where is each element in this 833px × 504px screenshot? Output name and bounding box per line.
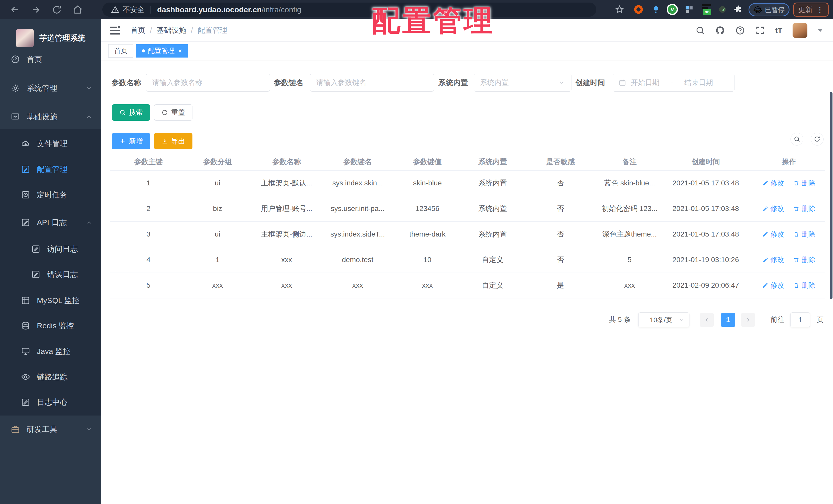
- sidebar-item-mysql-monitor[interactable]: MySQL 监控: [0, 288, 101, 313]
- sidebar-item-dev-tools[interactable]: 研发工具: [0, 417, 101, 442]
- plus-icon: [119, 138, 126, 145]
- sidebar-item-config-management[interactable]: 配置管理: [0, 156, 101, 182]
- log-edit-icon: [21, 398, 30, 407]
- column-header: 参数主键: [110, 153, 187, 170]
- chevron-up-icon: [86, 219, 92, 226]
- sidebar-item-java-monitor[interactable]: Java 监控: [0, 338, 101, 364]
- sidebar-collapse-icon[interactable]: [110, 26, 120, 35]
- tab-config-management[interactable]: 配置管理 ×: [136, 44, 188, 57]
- param-name-input[interactable]: [146, 74, 270, 92]
- search-icon: [119, 109, 126, 116]
- edit-link[interactable]: 修改: [762, 255, 784, 264]
- breadcrumb-home[interactable]: 首页: [130, 25, 145, 35]
- sidebar-item-infra[interactable]: 基础设施: [0, 104, 101, 130]
- browser-reload-icon[interactable]: [52, 5, 62, 15]
- table-row[interactable]: 1 ui 主框架页-默认... sys.index.skin... skin-b…: [110, 170, 825, 196]
- breadcrumb: 首页 / 基础设施 / 配置管理: [130, 25, 227, 35]
- bookmark-star-icon[interactable]: [614, 4, 625, 15]
- goto-page-input[interactable]: [790, 312, 810, 327]
- delete-link[interactable]: 删除: [793, 281, 815, 290]
- builtin-select[interactable]: 系统内置: [474, 74, 571, 92]
- delete-link[interactable]: 删除: [793, 178, 815, 188]
- sidebar-item-log-center[interactable]: 日志中心: [0, 389, 101, 415]
- browser-back-icon[interactable]: [10, 5, 20, 15]
- breadcrumb-infra[interactable]: 基础设施: [157, 25, 186, 35]
- github-icon[interactable]: [715, 26, 725, 35]
- fullscreen-icon[interactable]: [755, 26, 765, 35]
- page-size-select[interactable]: 10条/页: [638, 312, 689, 327]
- sidebar-item-redis-monitor[interactable]: Redis 监控: [0, 313, 101, 338]
- export-button[interactable]: 导出: [154, 133, 192, 149]
- extension-green-check-icon[interactable]: v: [666, 4, 678, 15]
- app-logo-image: [16, 29, 34, 47]
- sidebar-item-scheduled-tasks[interactable]: 定时任务: [0, 182, 101, 208]
- kebab-menu-icon[interactable]: ⋮: [816, 6, 824, 14]
- database-icon: [21, 321, 30, 330]
- toggle-search-button[interactable]: [790, 133, 803, 146]
- column-header: 备注: [600, 153, 659, 170]
- active-tab-dot: [142, 49, 145, 52]
- font-size-icon[interactable]: tT: [775, 26, 782, 35]
- chevron-up-icon: [86, 114, 92, 120]
- security-label[interactable]: 不安全: [123, 5, 144, 15]
- refresh-icon: [162, 109, 168, 116]
- close-icon[interactable]: ×: [178, 48, 182, 54]
- edit-square-icon: [21, 165, 30, 174]
- param-key-input[interactable]: [310, 74, 434, 92]
- browser-home-icon[interactable]: [73, 5, 83, 15]
- browser-update-button[interactable]: 更新 ⋮: [793, 3, 829, 17]
- extension-blue-gray-icon[interactable]: [683, 4, 695, 15]
- next-page-button[interactable]: [741, 313, 755, 327]
- sidebar-item-api-log[interactable]: API 日志: [0, 210, 101, 235]
- chevron-down-icon: [86, 85, 92, 92]
- delete-link[interactable]: 删除: [793, 204, 815, 213]
- pagination-total: 共 5 条: [609, 312, 630, 327]
- table-row[interactable]: 3 ui 主框架页-侧边... sys.index.sideT... theme…: [110, 222, 825, 247]
- current-page-button[interactable]: 1: [721, 313, 735, 327]
- extension-leaf-icon[interactable]: [717, 4, 728, 15]
- extensions-puzzle-icon[interactable]: [733, 4, 744, 15]
- delete-link[interactable]: 删除: [793, 255, 815, 264]
- log-edit-icon: [21, 218, 30, 227]
- table-row[interactable]: 2 biz 用户管理-账号... sys.user.init-pa... 123…: [110, 196, 825, 222]
- edit-link[interactable]: 修改: [762, 204, 784, 213]
- avatar-caret-icon[interactable]: [818, 29, 823, 32]
- table-row[interactable]: 4 1 xxx demo.test 10 自定义 否 5 2021-01-19 …: [110, 247, 825, 273]
- cloud-upload-icon: [21, 139, 30, 148]
- log-edit-icon: [31, 270, 41, 279]
- address-bar[interactable]: 不安全 dashboard.yudao.iocoder.cn /infra/co…: [102, 3, 596, 17]
- extension-orange-icon[interactable]: [633, 4, 644, 15]
- help-icon[interactable]: [735, 26, 745, 35]
- prev-page-button[interactable]: [700, 313, 714, 327]
- refresh-table-button[interactable]: [811, 133, 824, 146]
- clock-square-icon: [21, 190, 30, 199]
- browser-profile-badge[interactable]: 😂 已暂停: [748, 3, 789, 16]
- user-avatar[interactable]: [792, 23, 807, 38]
- briefcase-icon: [11, 425, 20, 434]
- search-button[interactable]: 搜索: [112, 104, 150, 121]
- extension-on-badge-icon[interactable]: on: [701, 4, 712, 15]
- sidebar-item-file-management[interactable]: 文件管理: [0, 131, 101, 156]
- sidebar-item-home[interactable]: 首页: [0, 47, 101, 72]
- extension-pin-icon[interactable]: [650, 4, 662, 15]
- scrollbar-thumb[interactable]: [830, 92, 832, 299]
- log-edit-icon: [31, 245, 41, 254]
- tab-home[interactable]: 首页: [108, 44, 133, 57]
- edit-link[interactable]: 修改: [762, 281, 784, 290]
- delete-link[interactable]: 删除: [793, 230, 815, 239]
- sidebar-item-error-log[interactable]: 错误日志: [0, 261, 101, 287]
- browser-forward-icon[interactable]: [31, 5, 41, 15]
- table-row[interactable]: 5 xxx xxx xxx xxx 自定义 是 xxx 2021-02-09 2…: [110, 273, 825, 298]
- reset-button[interactable]: 重置: [154, 104, 192, 121]
- search-icon[interactable]: [695, 26, 705, 35]
- sidebar-item-trace[interactable]: 链路追踪: [0, 364, 101, 390]
- create-time-range-picker[interactable]: 开始日期 - 结束日期: [613, 74, 735, 92]
- sidebar-item-access-log[interactable]: 访问日志: [0, 236, 101, 262]
- edit-link[interactable]: 修改: [762, 178, 784, 188]
- add-button[interactable]: 新增: [112, 133, 150, 149]
- sidebar-item-system[interactable]: 系统管理: [0, 75, 101, 101]
- column-header: 操作: [753, 153, 825, 170]
- end-date-placeholder: 结束日期: [684, 78, 713, 87]
- edit-link[interactable]: 修改: [762, 230, 784, 239]
- builtin-label: 系统内置: [438, 74, 468, 92]
